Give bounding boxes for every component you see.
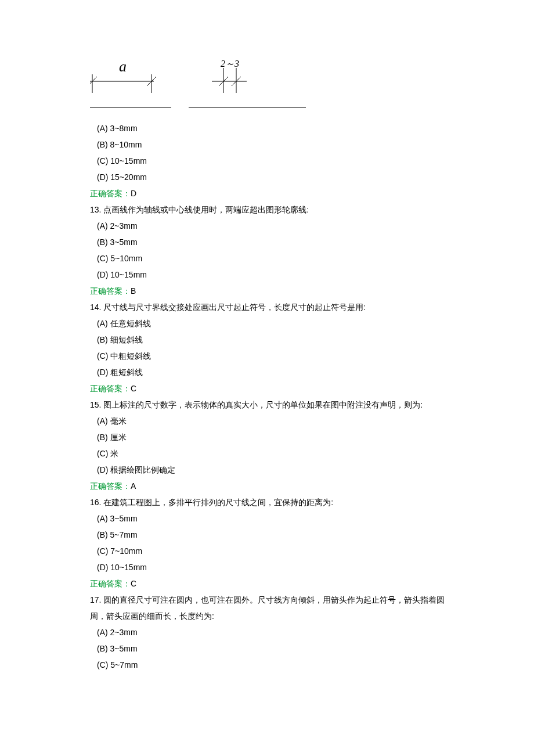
q14-stem: 14. 尺寸线与尺寸界线交接处应画出尺寸起止符号，长度尺寸的起止符号是用: <box>90 299 459 315</box>
answer-label: 正确答案： <box>90 286 131 296</box>
q14-answer: 正确答案：C <box>90 380 459 397</box>
q13-text: 点画线作为轴线或中心线使用时，两端应超出图形轮廓线: <box>103 205 309 214</box>
diagram-label-right: 2～3 <box>221 59 239 69</box>
q17-option-c: (C) 5~7mm <box>90 657 459 673</box>
answer-value: C <box>131 384 136 393</box>
answer-value: C <box>131 579 136 588</box>
answer-label: 正确答案： <box>90 189 131 198</box>
q17-stem: 17. 圆的直径尺寸可注在圆内，也可注在圆外。尺寸线方向倾斜，用箭头作为起止符号… <box>90 592 459 624</box>
q15-option-d: (D) 根据绘图比例确定 <box>90 462 459 478</box>
document-page: a 2～3 (A) 3~8mm (B) 8~10mm (C) 10~15mm ( <box>0 0 534 673</box>
q14-text: 尺寸线与尺寸界线交接处应画出尺寸起止符号，长度尺寸的起止符号是用: <box>103 303 366 312</box>
q13-answer: 正确答案：B <box>90 283 459 299</box>
q14-option-c: (C) 中粗短斜线 <box>90 348 459 364</box>
q15-answer: 正确答案：A <box>90 478 459 494</box>
q12-option-b: (B) 8~10mm <box>90 136 459 153</box>
answer-value: B <box>131 286 136 296</box>
diagram-label-a: a <box>119 58 127 75</box>
q16-answer: 正确答案：C <box>90 575 459 592</box>
q17-option-b: (B) 3~5mm <box>90 640 459 657</box>
q16-number: 16. <box>90 498 101 507</box>
dimension-svg: a 2～3 <box>90 58 311 113</box>
q15-option-c: (C) 米 <box>90 445 459 462</box>
answer-label: 正确答案： <box>90 579 131 588</box>
q16-stem: 16. 在建筑工程图上，多排平行排列的尺寸线之间，宜保持的距离为: <box>90 494 459 510</box>
q13-option-a: (A) 2~3mm <box>90 218 459 234</box>
q14-option-a: (A) 任意短斜线 <box>90 315 459 332</box>
q13-number: 13. <box>90 205 101 214</box>
q12-option-d: (D) 15~20mm <box>90 169 459 185</box>
q13-option-b: (B) 3~5mm <box>90 234 459 250</box>
answer-label: 正确答案： <box>90 481 131 491</box>
q13-option-d: (D) 10~15mm <box>90 267 459 283</box>
dimension-diagram: a 2～3 <box>90 58 459 113</box>
q15-number: 15. <box>90 400 101 409</box>
q16-option-c: (C) 7~10mm <box>90 543 459 559</box>
q15-option-b: (B) 厘米 <box>90 429 459 445</box>
answer-value: A <box>131 481 136 491</box>
q12-option-a: (A) 3~8mm <box>90 120 459 136</box>
q14-number: 14. <box>90 303 101 312</box>
q17-option-a: (A) 2~3mm <box>90 624 459 640</box>
q14-option-b: (B) 细短斜线 <box>90 332 459 348</box>
q13-option-c: (C) 5~10mm <box>90 250 459 267</box>
q16-option-a: (A) 3~5mm <box>90 510 459 527</box>
answer-label: 正确答案： <box>90 384 131 393</box>
q17-number: 17. <box>90 595 101 604</box>
answer-value: D <box>131 189 136 198</box>
q13-stem: 13. 点画线作为轴线或中心线使用时，两端应超出图形轮廓线: <box>90 201 459 218</box>
q15-stem: 15. 图上标注的尺寸数字，表示物体的真实大小，尺寸的单位如果在图中附注没有声明… <box>90 397 459 413</box>
q16-text: 在建筑工程图上，多排平行排列的尺寸线之间，宜保持的距离为: <box>103 498 333 507</box>
q16-option-d: (D) 10~15mm <box>90 559 459 575</box>
q16-option-b: (B) 5~7mm <box>90 527 459 543</box>
q14-option-d: (D) 粗短斜线 <box>90 364 459 380</box>
q12-option-c: (C) 10~15mm <box>90 153 459 169</box>
q15-text: 图上标注的尺寸数字，表示物体的真实大小，尺寸的单位如果在图中附注没有声明，则为: <box>103 400 423 409</box>
q15-option-a: (A) 毫米 <box>90 413 459 429</box>
q17-text: 圆的直径尺寸可注在圆内，也可注在圆外。尺寸线方向倾斜，用箭头作为起止符号，箭头指… <box>90 595 445 621</box>
q12-answer: 正确答案：D <box>90 185 459 201</box>
